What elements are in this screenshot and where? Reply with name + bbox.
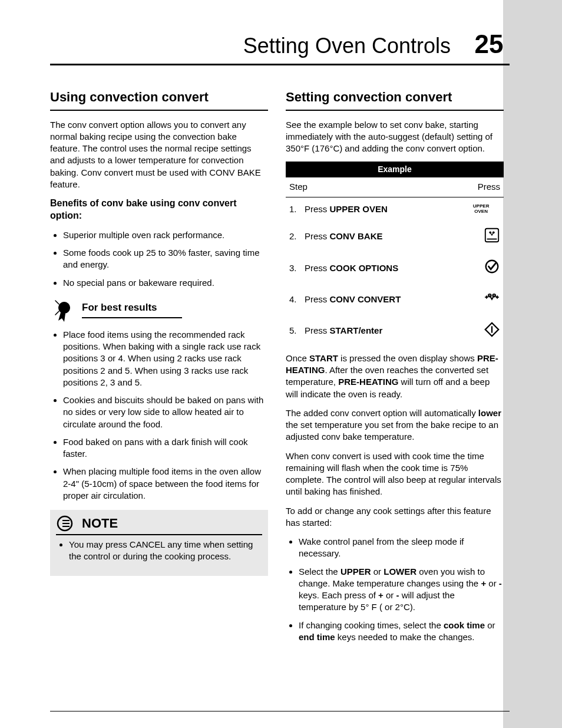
paragraph: Once START is pressed the oven display s…: [286, 353, 504, 400]
table-row: 5. Press START/enter: [286, 315, 504, 347]
page-number: 25: [468, 29, 510, 59]
right-intro: See the example below to set conv bake, …: [286, 119, 504, 155]
note-box: NOTE You may press CANCEL any time when …: [50, 510, 268, 576]
side-tab: [503, 0, 562, 728]
list-item: Food baked on pans with a dark finish wi…: [63, 436, 268, 460]
list-item: Some foods cook up 25 to 30% faster, sav…: [63, 247, 268, 271]
benefits-subhead: Benefits of conv bake using conv convert…: [50, 197, 268, 222]
paragraph: To add or change any cook settings after…: [286, 505, 504, 529]
example-table: Example Step Press 1. Press UPPER OVEN U…: [286, 162, 504, 346]
list-item: No special pans or bakeware required.: [63, 277, 268, 289]
left-intro: The conv convert option allows you to co…: [50, 119, 268, 191]
right-column: Setting convection convert See the examp…: [286, 88, 504, 649]
cook-options-icon: [458, 252, 504, 284]
svg-point-10: [486, 261, 498, 273]
start-icon: [458, 315, 504, 347]
list-item: Superior multiple oven rack performance.: [63, 229, 268, 241]
left-column: Using convection convert The conv conver…: [50, 88, 268, 649]
table-row: 3. Press COOK OPTIONS: [286, 252, 504, 284]
upper-oven-icon: UPPEROVEN: [458, 197, 504, 221]
ribbon-icon: [50, 297, 76, 323]
best-results-row: For best results: [50, 297, 268, 323]
footer-rule: [50, 711, 510, 711]
conv-bake-icon: [458, 221, 504, 252]
col-press: Press: [458, 177, 504, 197]
col-step: Step: [286, 177, 458, 197]
note-label: NOTE: [82, 515, 118, 532]
note-icon: [56, 515, 76, 532]
page-header: Setting Oven Controls 25: [50, 29, 510, 65]
list-item: Cookies and biscuits should be baked on …: [63, 394, 268, 430]
list-item: Select the UPPER or LOWER oven you wish …: [299, 566, 504, 614]
note-text: You may press CANCEL any time when setti…: [69, 539, 262, 563]
list-item: When placing multiple food items in the …: [63, 466, 268, 502]
right-heading: Setting convection convert: [286, 88, 504, 111]
best-results-label: For best results: [82, 301, 182, 318]
list-item: If changing cooking times, select the co…: [299, 620, 504, 644]
table-title: Example: [286, 162, 504, 177]
tips-list: Place food items using the recommended r…: [50, 329, 268, 502]
benefits-list: Superior multiple oven rack performance.…: [50, 229, 268, 289]
list-item: Place food items using the recommended r…: [63, 329, 268, 388]
conv-convert-icon: [458, 284, 504, 315]
table-row: 1. Press UPPER OVEN UPPEROVEN: [286, 197, 504, 221]
table-row: 2. Press CONV BAKE: [286, 221, 504, 252]
paragraph: When conv convert is used with cook time…: [286, 450, 504, 498]
change-settings-list: Wake control panel from the sleep mode i…: [286, 536, 504, 643]
paragraph: The added conv convert option will autom…: [286, 407, 504, 443]
table-row: 4. Press CONV CONVERT: [286, 284, 504, 315]
page-title: Setting Oven Controls: [243, 34, 451, 58]
list-item: Wake control panel from the sleep mode i…: [299, 536, 504, 560]
left-heading: Using convection convert: [50, 88, 268, 111]
